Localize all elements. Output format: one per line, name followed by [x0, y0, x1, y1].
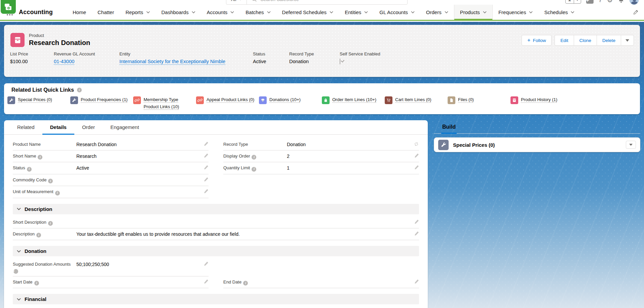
info-icon[interactable]: i	[34, 281, 39, 285]
delete-button[interactable]: Delete	[597, 35, 621, 46]
field-row-revenue-gl-account: Revenue GL Accounti01-43000	[223, 307, 419, 308]
self-service-enabled-checkbox[interactable]	[340, 58, 340, 64]
global-actions-icon[interactable]: +	[586, 0, 594, 4]
edit-button[interactable]: Edit	[555, 35, 573, 46]
revenue-gl-account-link[interactable]: 01-43000	[54, 59, 74, 64]
nav-tab-home[interactable]: Home	[67, 5, 92, 20]
info-icon[interactable]: i	[48, 179, 53, 183]
section-header-financial[interactable]: Financial	[13, 294, 419, 304]
user-avatar[interactable]	[630, 0, 639, 5]
edit-field-pencil-icon[interactable]	[201, 279, 209, 284]
product-icon	[510, 96, 518, 104]
info-icon[interactable]: i	[55, 191, 60, 195]
quick-link-product-history-1[interactable]: Product History (1)	[510, 96, 640, 111]
wrench-icon	[7, 96, 15, 104]
chevron-down-icon	[364, 11, 368, 13]
info-icon[interactable]: i	[36, 233, 41, 237]
highlight-field-status: StatusActive	[253, 51, 266, 64]
tab-related[interactable]: Related	[9, 120, 42, 135]
edit-field-pencil-icon[interactable]	[201, 165, 209, 170]
wrench-icon	[70, 96, 78, 104]
global-search-box[interactable]: All ▼ Search Salesforce	[226, 0, 408, 5]
chevron-down-icon	[17, 250, 21, 253]
nav-tab-frequencies[interactable]: Frequencies	[493, 5, 539, 20]
nav-tab-accounts[interactable]: Accounts	[201, 5, 240, 20]
field-row-description: DescriptioniYour tax-deductible gift ena…	[13, 228, 419, 240]
chevron-down-icon	[267, 11, 271, 13]
edit-field-pencil-icon[interactable]	[412, 219, 419, 224]
global-header: All ▼ Search Salesforce ★▼ + ? ⚙	[0, 0, 644, 5]
cart-icon	[385, 96, 392, 104]
link-icon	[196, 96, 204, 104]
special-prices-expand-button[interactable]	[626, 141, 636, 149]
section-header-description[interactable]: Description	[13, 204, 419, 214]
edit-field-pencil-icon[interactable]	[412, 165, 419, 170]
clone-button[interactable]: Clone	[574, 35, 597, 46]
info-icon[interactable]: i	[252, 155, 256, 160]
screen-recorder-badge	[1, 0, 16, 14]
app-navigation-bar: Accounting HomeChatterReportsDashboardsA…	[0, 5, 644, 21]
quick-link-special-prices-0[interactable]: Special Prices (0)	[7, 96, 70, 111]
tab-build[interactable]: Build	[434, 120, 640, 134]
nav-tab-dashboards[interactable]: Dashboards	[156, 5, 201, 20]
nav-tabs: HomeChatterReportsDashboardsAccountsBatc…	[67, 5, 580, 20]
nav-tab-entities[interactable]: Entities	[339, 5, 374, 20]
help-icon[interactable]: ?	[599, 0, 602, 4]
section-header-donation[interactable]: Donation	[13, 246, 419, 256]
special-prices-related-card[interactable]: Special Prices (0)	[434, 137, 640, 152]
nav-tab-batches[interactable]: Batches	[240, 5, 276, 20]
edit-field-pencil-icon[interactable]	[412, 231, 419, 236]
edit-field-pencil-icon[interactable]	[412, 279, 419, 284]
favorites-icon[interactable]: ★▼	[565, 0, 581, 4]
info-icon[interactable]: i	[48, 221, 53, 226]
change-record-type-icon[interactable]	[412, 141, 419, 147]
quick-link-files-0[interactable]: Files (0)	[448, 96, 510, 111]
edit-page-pencil-icon[interactable]	[633, 9, 639, 15]
setup-icon[interactable]: ⚙	[607, 0, 613, 4]
quick-links-title: Related List Quick Links i	[11, 87, 640, 93]
record-actions: + Follow EditCloneDelete	[522, 35, 634, 46]
file-icon	[448, 96, 455, 104]
field-row-record-type: Record TypeDonation	[223, 139, 419, 150]
salesforce-product-page: All ▼ Search Salesforce ★▼ + ? ⚙ A	[0, 0, 644, 308]
entity-link[interactable]: International Society for the Exceptiona…	[119, 59, 225, 64]
edit-field-pencil-icon[interactable]	[201, 189, 209, 194]
quick-link-product-frequencies-1[interactable]: Product Frequencies (1)	[70, 96, 133, 111]
tab-engagement[interactable]: Engagement	[103, 120, 147, 135]
nav-tab-orders[interactable]: Orders	[420, 5, 454, 20]
record-detail-card: RelatedDetailsOrderEngagement Product Na…	[4, 120, 428, 308]
search-scope-select[interactable]: All ▼	[226, 0, 247, 2]
nav-tab-reports[interactable]: Reports	[120, 5, 156, 20]
search-placeholder: Search Salesforce	[260, 0, 299, 2]
nav-tab-deferred-schedules[interactable]: Deferred Schedules	[276, 5, 339, 20]
edit-field-pencil-icon[interactable]	[201, 153, 209, 158]
nav-tab-schedules[interactable]: Schedules	[538, 5, 580, 20]
divider	[247, 0, 247, 4]
info-icon[interactable]: i	[243, 281, 248, 285]
notifications-icon[interactable]	[618, 0, 624, 4]
tab-order[interactable]: Order	[74, 120, 103, 135]
quick-link-membership-type-product-links-10[interactable]: Membership Type Product Links (10)	[133, 96, 196, 111]
edit-field-pencil-icon[interactable]	[201, 261, 209, 266]
follow-button[interactable]: + Follow	[522, 35, 552, 46]
nav-tab-gl-accounts[interactable]: GL Accounts	[374, 5, 420, 20]
search-scope-value: All	[231, 0, 236, 2]
quick-link-order-item-lines-10[interactable]: Order Item Lines (10+)	[322, 96, 385, 111]
more-actions-button[interactable]	[621, 35, 634, 46]
field-row-short-name: Short NameiResearch	[13, 150, 209, 162]
quick-link-donations-10[interactable]: Donations (10+)	[259, 96, 322, 111]
quick-link-cart-item-lines-0[interactable]: Cart Item Lines (0)	[385, 96, 448, 111]
info-icon[interactable]: i	[13, 269, 18, 274]
info-icon[interactable]: i	[77, 88, 82, 92]
tab-details[interactable]: Details	[42, 120, 74, 135]
edit-field-pencil-icon[interactable]	[412, 153, 419, 158]
edit-field-pencil-icon[interactable]	[201, 141, 209, 146]
info-icon[interactable]: i	[252, 167, 256, 172]
edit-field-pencil-icon[interactable]	[201, 177, 209, 182]
nav-tab-chatter[interactable]: Chatter	[92, 5, 120, 20]
info-icon[interactable]: i	[27, 167, 32, 172]
quick-link-appeal-product-links-0[interactable]: Appeal Product Links (0)	[196, 96, 259, 111]
info-icon[interactable]: i	[38, 155, 42, 160]
nav-tab-products[interactable]: Products	[454, 5, 493, 20]
special-prices-title: Special Prices (0)	[453, 142, 621, 148]
